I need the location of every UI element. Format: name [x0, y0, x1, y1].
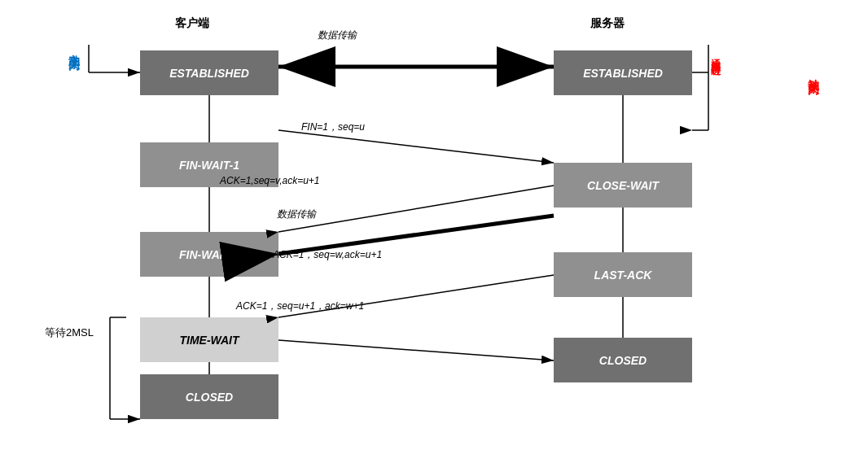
wait-2msl-label: 等待2MSL [45, 325, 94, 340]
ack2-label: ACK=1，seq=u+1，ack=w+1 [236, 299, 364, 313]
active-close-label: 主动关闭 [67, 45, 81, 51]
client-timewait-box: TIME-WAIT [140, 317, 278, 362]
client-label: 客户端 [175, 16, 209, 31]
svg-line-18 [278, 186, 554, 232]
client-closed-box: CLOSED [140, 374, 278, 419]
svg-line-21 [278, 340, 554, 360]
server-closewait-box: CLOSE-WAIT [554, 163, 692, 208]
fin1-label: FIN=1，seq=u [301, 120, 365, 134]
server-established-box: ESTABLISHED [554, 50, 692, 95]
notify-app-label: 通知应用进程 [708, 50, 722, 60]
server-label: 服务器 [590, 16, 625, 31]
passive-close-label: 被动关闭 [806, 69, 821, 76]
server-closed-box: CLOSED [554, 338, 692, 382]
diagram-container: 客户端 服务器 主动关闭 被动关闭 通知应用进程 等待2MSL ESTABLIS… [0, 0, 868, 450]
diagram-svg [0, 0, 868, 450]
fin2-label: FIN=1，ACK=1，seq=w,ack=u+1 [236, 248, 382, 262]
data-transfer2-label: 数据传输 [277, 208, 316, 221]
data-transfer-label: 数据传输 [318, 28, 357, 42]
server-lastack-box: LAST-ACK [554, 252, 692, 297]
svg-line-17 [278, 130, 554, 163]
client-established-box: ESTABLISHED [140, 50, 278, 95]
ack1-label: ACK=1,seq=v,ack=u+1 [220, 175, 320, 186]
